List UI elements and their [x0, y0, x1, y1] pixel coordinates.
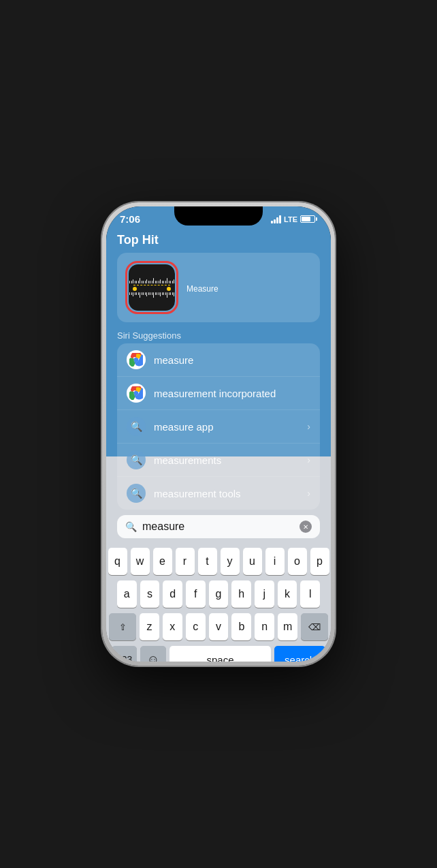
measure-app-icon — [129, 264, 175, 311]
suggestion-text-2: measurement incorporated — [154, 388, 310, 399]
key-emoji[interactable]: ☺ — [140, 646, 165, 662]
search-glass-icon-3: 🔍 — [131, 421, 142, 432]
key-q[interactable]: q — [108, 548, 127, 575]
key-z[interactable]: z — [140, 613, 159, 640]
key-s[interactable]: s — [140, 580, 160, 608]
key-n[interactable]: n — [255, 613, 274, 640]
chevron-3: › — [307, 421, 310, 432]
search-bar-wrapper: 🔍 measure ✕ — [106, 510, 331, 544]
key-space[interactable]: space — [169, 646, 272, 662]
signal-bar-4 — [279, 215, 281, 223]
search-clear-button[interactable]: ✕ — [300, 521, 312, 533]
suggestion-item-4[interactable]: 🔍 measurements › — [117, 444, 320, 477]
key-h[interactable]: h — [231, 580, 251, 608]
key-e[interactable]: e — [153, 548, 172, 575]
phone-frame: 7:06 LTE — [102, 202, 335, 666]
search-icon-4: 🔍 — [127, 450, 146, 469]
search-bar-icon: 🔍 — [125, 521, 137, 532]
keyboard-row-3: ⇧ z x c v b n m ⌫ — [109, 613, 328, 640]
key-b[interactable]: b — [231, 613, 251, 640]
keyboard-row-1: q w e r t y u i o p — [109, 548, 328, 575]
search-glass-icon-4: 🔍 — [131, 454, 142, 465]
search-bar-text: measure — [142, 521, 294, 533]
suggestion-item-1[interactable]: measure — [117, 343, 320, 377]
battery-tip — [316, 217, 317, 221]
suggestion-text-1: measure — [154, 354, 310, 366]
phone-inner: 7:06 LTE — [106, 206, 331, 662]
suggestion-item-2[interactable]: measurement incorporated — [117, 377, 320, 410]
key-g[interactable]: g — [209, 580, 229, 608]
key-x[interactable]: x — [163, 613, 182, 640]
chevron-4: › — [307, 454, 310, 465]
key-f[interactable]: f — [186, 580, 206, 608]
key-m[interactable]: m — [278, 613, 297, 640]
key-y[interactable]: y — [221, 548, 240, 575]
battery-fill — [302, 217, 310, 221]
ruler-bottom — [129, 292, 175, 298]
ruler-top — [129, 278, 175, 283]
key-o[interactable]: o — [288, 548, 307, 575]
keyboard-row-4: 123 ☺ space search — [109, 646, 328, 662]
key-k[interactable]: k — [278, 580, 297, 608]
search-icon-3: 🔍 — [127, 417, 146, 436]
svg-point-0 — [134, 358, 139, 362]
chrome-icon-2 — [127, 384, 146, 403]
key-c[interactable]: c — [186, 613, 206, 640]
ruler-visual — [129, 278, 175, 298]
suggestion-text-3: measure app — [154, 421, 307, 433]
suggestions-list: measure measu — [117, 343, 320, 510]
key-i[interactable]: i — [265, 548, 285, 575]
siri-suggestions-section: Siri Suggestions — [106, 326, 331, 510]
suggestion-item-5[interactable]: 🔍 measurement tools › — [117, 477, 320, 510]
key-a[interactable]: a — [117, 580, 137, 608]
search-glass-icon-5: 🔍 — [131, 488, 142, 499]
siri-label: Siri Suggestions — [117, 330, 320, 341]
search-bar[interactable]: 🔍 measure ✕ — [117, 515, 320, 538]
top-hit-label: Top Hit — [117, 233, 320, 247]
key-search[interactable]: search — [274, 646, 325, 662]
app-icon-border — [125, 261, 178, 314]
key-w[interactable]: w — [131, 548, 150, 575]
key-shift[interactable]: ⇧ — [109, 613, 136, 640]
key-u[interactable]: u — [243, 548, 262, 575]
status-time: 7:06 — [120, 213, 140, 225]
key-r[interactable]: r — [176, 548, 195, 575]
ruler-dots — [133, 287, 171, 291]
key-delete[interactable]: ⌫ — [301, 613, 328, 640]
signal-bar-1 — [271, 221, 273, 223]
key-l[interactable]: l — [300, 580, 320, 608]
key-p[interactable]: p — [310, 548, 329, 575]
suggestion-item-3[interactable]: 🔍 measure app › — [117, 410, 320, 444]
chevron-5: › — [307, 488, 310, 499]
keyboard: q w e r t y u i o p a s d f g — [106, 544, 331, 662]
signal-bar-3 — [276, 217, 278, 223]
screen: 7:06 LTE — [106, 206, 331, 662]
dashed-ruler-line — [133, 285, 170, 285]
battery-body — [300, 215, 315, 223]
signal-bar-2 — [274, 219, 276, 223]
lte-label: LTE — [284, 215, 297, 223]
chrome-icon-1 — [127, 350, 146, 369]
top-hit-section: Top Hit — [106, 228, 331, 326]
measure-visual — [131, 270, 172, 305]
notch — [174, 206, 263, 226]
key-v[interactable]: v — [209, 613, 229, 640]
suggestion-text-5: measurement tools — [154, 488, 307, 499]
key-d[interactable]: d — [163, 580, 182, 608]
app-name-label: Measure — [187, 284, 218, 294]
key-numbers[interactable]: 123 — [112, 646, 137, 662]
status-right: LTE — [271, 215, 317, 223]
top-hit-card[interactable]: Measure — [117, 253, 320, 322]
search-icon-5: 🔍 — [127, 484, 146, 503]
svg-point-1 — [134, 391, 139, 396]
signal-bars — [271, 215, 281, 223]
battery — [300, 215, 317, 223]
suggestion-text-4: measurements — [154, 454, 307, 466]
key-j[interactable]: j — [255, 580, 274, 608]
keyboard-row-2: a s d f g h j k l — [109, 580, 328, 608]
key-t[interactable]: t — [198, 548, 217, 575]
